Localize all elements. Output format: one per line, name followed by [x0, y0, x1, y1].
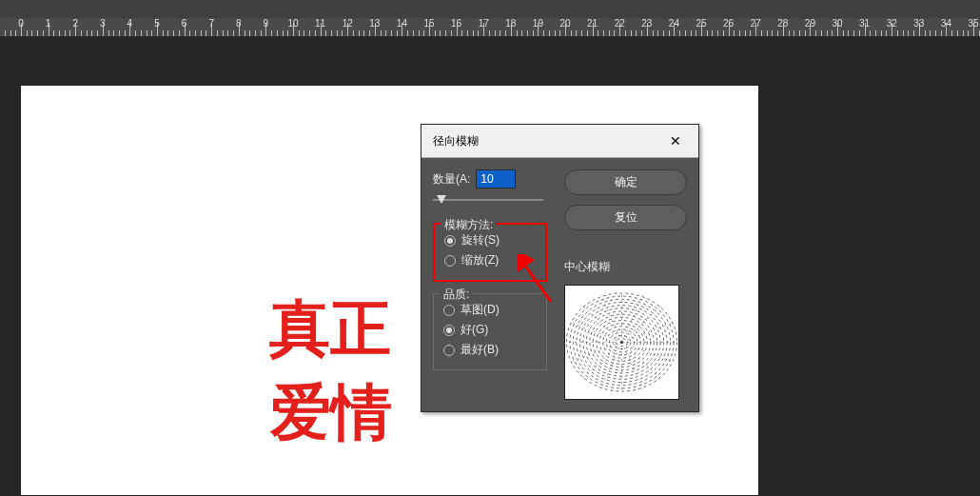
- svg-line-27: [600, 295, 621, 342]
- quality-radio-2[interactable]: [443, 345, 455, 356]
- amount-label: 数量(A:: [433, 171, 470, 188]
- ruler-label: 10: [287, 18, 298, 29]
- dialog-left-column: 数量(A: 模糊方法: 旋转(S)缩放(Z) 品质: 草图(D)好(G)最好(B…: [433, 169, 547, 400]
- ruler-label: 18: [505, 18, 516, 29]
- ruler-label: 14: [397, 18, 407, 29]
- ruler-label: 6: [182, 18, 187, 29]
- ruler-label: 5: [154, 18, 160, 29]
- ruler-label: 13: [369, 18, 380, 29]
- quality-legend: 品质:: [440, 287, 473, 303]
- dialog-body: 数量(A: 模糊方法: 旋转(S)缩放(Z) 品质: 草图(D)好(G)最好(B…: [421, 158, 698, 411]
- ruler-label: 0: [18, 18, 24, 29]
- ruler-label: 35: [968, 18, 978, 29]
- ruler-label: 34: [941, 18, 951, 29]
- app-topbar: [0, 0, 980, 18]
- method-radio-1[interactable]: [444, 255, 456, 267]
- ruler-label: 31: [859, 18, 870, 29]
- workspace: 真正 爱情 径向模糊 ✕ 数量(A: 模糊方法: 旋转(S)缩放(Z): [0, 37, 980, 496]
- ruler-label: 4: [127, 18, 133, 29]
- dialog-titlebar[interactable]: 径向模糊 ✕: [421, 125, 698, 158]
- ruler-label: 24: [669, 18, 679, 29]
- ruler-label: 7: [208, 18, 214, 29]
- quality-radio-1[interactable]: [443, 325, 455, 336]
- close-button[interactable]: ✕: [660, 130, 691, 151]
- quality-option-1[interactable]: 好(G): [443, 320, 537, 340]
- canvas-text-line-2: 爱情: [270, 371, 392, 454]
- ruler-label: 20: [559, 18, 570, 29]
- blur-preview-svg: [565, 286, 678, 399]
- quality-label-0: 草图(D): [461, 302, 500, 318]
- ruler-label: 29: [805, 18, 815, 29]
- ruler-label: 1: [46, 18, 51, 29]
- blur-method-group: 模糊方法: 旋转(S)缩放(Z): [433, 223, 547, 282]
- amount-row: 数量(A:: [433, 169, 547, 188]
- slider-track: [433, 199, 543, 201]
- ruler-label: 19: [533, 18, 543, 29]
- ruler-label: 22: [615, 18, 625, 29]
- center-blur-label: 中心模糊: [564, 259, 687, 275]
- ruler-label: 9: [264, 18, 269, 29]
- ruler-label: 23: [641, 18, 652, 29]
- quality-label-1: 好(G): [461, 322, 488, 338]
- method-radio-0[interactable]: [444, 235, 456, 247]
- ruler-label: 17: [479, 18, 489, 29]
- ruler-label: 21: [587, 18, 598, 29]
- ruler-label: 25: [696, 18, 706, 29]
- ruler-label: 28: [777, 18, 788, 29]
- ruler-label: 26: [723, 18, 734, 29]
- ruler-label: 11: [315, 18, 325, 29]
- ruler-label: 33: [913, 18, 924, 29]
- method-option-1[interactable]: 缩放(Z): [444, 250, 536, 270]
- ruler-label: 8: [236, 18, 242, 29]
- canvas-text-line-1: 真正: [269, 288, 391, 370]
- radial-blur-dialog[interactable]: 径向模糊 ✕ 数量(A: 模糊方法: 旋转(S)缩放(Z) 品质: 草图(D)好…: [421, 124, 699, 412]
- svg-line-25: [571, 323, 621, 342]
- ruler-label: 32: [887, 18, 897, 29]
- reset-button[interactable]: 复位: [564, 205, 687, 230]
- ok-button[interactable]: 确定: [564, 169, 687, 195]
- horizontal-ruler: -101234567891011121314151617181920212223…: [0, 18, 980, 37]
- quality-option-0[interactable]: 草图(D): [443, 300, 537, 320]
- blur-preview[interactable]: [564, 285, 679, 400]
- quality-option-2[interactable]: 最好(B): [443, 340, 537, 360]
- amount-input[interactable]: [476, 169, 516, 188]
- ruler-label: 3: [100, 18, 106, 29]
- ruler-label: 2: [72, 18, 78, 29]
- method-option-0[interactable]: 旋转(S): [444, 230, 536, 250]
- amount-slider[interactable]: [433, 194, 543, 206]
- ruler-label: 15: [423, 18, 434, 29]
- dialog-right-column: 确定 复位 中心模糊: [564, 169, 687, 400]
- method-label-1: 缩放(Z): [461, 252, 499, 268]
- svg-line-23: [571, 343, 621, 362]
- quality-label-2: 最好(B): [461, 342, 499, 358]
- svg-line-17: [622, 343, 673, 362]
- ruler-label: 12: [343, 18, 353, 29]
- quality-group: 品质: 草图(D)好(G)最好(B): [433, 293, 547, 370]
- svg-line-31: [622, 323, 673, 342]
- quality-radio-0[interactable]: [443, 305, 455, 316]
- ruler-label: 16: [451, 18, 461, 29]
- dialog-title: 径向模糊: [433, 133, 479, 149]
- method-label-0: 旋转(S): [461, 232, 500, 248]
- ruler-label: 30: [832, 18, 842, 29]
- slider-knob[interactable]: [437, 195, 446, 204]
- ruler-label: 27: [751, 18, 761, 29]
- method-legend: 模糊方法:: [441, 217, 497, 233]
